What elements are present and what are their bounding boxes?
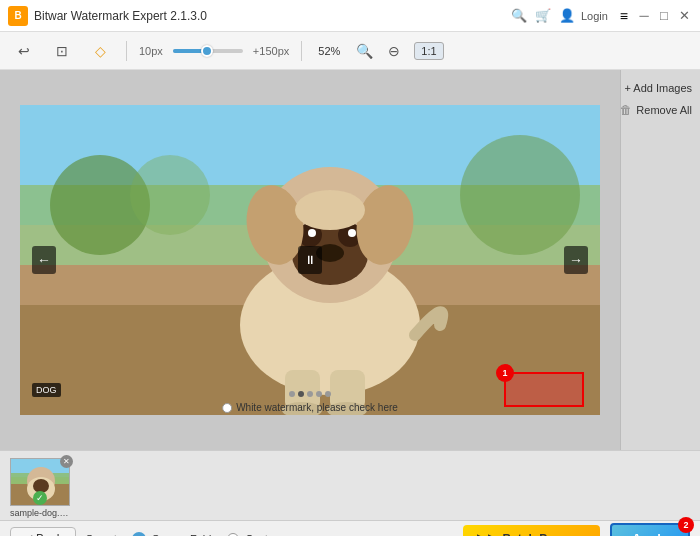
nav-left-button[interactable]: ← [32, 246, 56, 274]
slider-track[interactable] [173, 49, 243, 53]
cart-icon[interactable]: 🛒 [535, 8, 551, 23]
watermark-button[interactable]: ◇ [86, 37, 114, 65]
source-folder-label: Source Folder [152, 533, 221, 537]
diamond-icon: ◇ [95, 43, 106, 59]
undo-icon: ↩ [18, 43, 30, 59]
separator-2 [301, 41, 302, 61]
back-button[interactable]: ◀ Back [10, 527, 76, 537]
batch-icon: ▶▶ [477, 531, 499, 537]
custom-radio[interactable] [227, 533, 239, 537]
toolbar: ↩ ⊡ ◇ 10px +150px 52% 🔍 ⊖ 1:1 [0, 32, 700, 70]
thumbnail-item[interactable]: ✓ ✕ sample-dog.jpg [10, 458, 70, 513]
dot-4[interactable] [316, 391, 322, 397]
slider-container[interactable] [173, 49, 243, 53]
apply-badge: 2 [678, 517, 694, 533]
save-to-section: Save to: ✓ Source Folder Custom [86, 532, 453, 537]
search-icon[interactable]: 🔍 [511, 8, 527, 23]
user-icon[interactable]: 👤 [559, 8, 575, 23]
save-to-label: Save to: [86, 533, 126, 537]
play-pause-button[interactable]: ⏸ [298, 246, 322, 274]
dot-2[interactable] [298, 391, 304, 397]
crop-icon: ⊡ [56, 43, 68, 59]
add-images-button[interactable]: ⊕ + Add Images [609, 78, 692, 97]
trash-icon: 🗑 [620, 103, 632, 117]
thumb-check: ✓ [33, 491, 47, 505]
title-bar-actions: 🔍 🛒 👤 Login ≡ ─ □ ✕ [511, 8, 692, 24]
batch-process-label: Batch Process [503, 532, 586, 537]
custom-label: Custom [245, 533, 283, 537]
separator [126, 41, 127, 61]
remove-all-label: Remove All [636, 104, 692, 116]
dot-3[interactable] [307, 391, 313, 397]
white-wm-text: White watermark, please check here [236, 402, 398, 413]
svg-point-10 [348, 229, 356, 237]
app-logo: B [8, 6, 28, 26]
zoom-in-icon: 🔍 [356, 43, 373, 59]
app-title: Bitwar Watermark Expert 2.1.3.0 [34, 9, 511, 23]
crop-button[interactable]: ⊡ [48, 37, 76, 65]
svg-point-14 [295, 190, 365, 230]
zoom-level: 52% [314, 43, 344, 59]
apply-label: Apply [632, 531, 668, 536]
ratio-button[interactable]: 1:1 [414, 42, 443, 60]
svg-point-20 [460, 135, 580, 255]
canvas-area: ← → ⏸ DOG 1 White watermark, please chec… [0, 70, 620, 450]
svg-point-21 [130, 155, 210, 235]
dot-5[interactable] [325, 391, 331, 397]
watermark-label: DOG [32, 383, 61, 397]
thumb-remove-button[interactable]: ✕ [60, 455, 73, 468]
watermark-box[interactable]: 1 [504, 372, 584, 407]
back-arrow-icon: ◀ [23, 532, 32, 537]
menu-icon[interactable]: ≡ [620, 8, 628, 24]
badge-1: 1 [496, 364, 514, 382]
undo-button[interactable]: ↩ [10, 37, 38, 65]
thumb-filename: sample-dog.jpg [10, 508, 70, 518]
right-panel: ⊕ + Add Images 🗑 Remove All [620, 70, 700, 450]
white-watermark-note: White watermark, please check here [222, 402, 398, 413]
add-images-label: + Add Images [624, 82, 692, 94]
slider-fill [173, 49, 203, 53]
svg-point-9 [308, 229, 316, 237]
minimize-button[interactable]: ─ [636, 8, 652, 24]
white-wm-radio[interactable] [222, 403, 232, 413]
batch-process-button[interactable]: ▶▶ Batch Process [463, 525, 600, 537]
nav-right-button[interactable]: → [564, 246, 588, 274]
thumbnail-strip: ✓ ✕ sample-dog.jpg [0, 450, 700, 520]
close-button[interactable]: ✕ [676, 8, 692, 24]
px-left-label: 10px [139, 45, 163, 57]
bottom-bar: ◀ Back Save to: ✓ Source Folder Custom ▶… [0, 520, 700, 536]
zoom-out-button[interactable]: ⊖ [384, 41, 404, 61]
source-folder-check[interactable]: ✓ [132, 532, 146, 537]
zoom-in-button[interactable]: 🔍 [354, 41, 374, 61]
slider-thumb[interactable] [201, 45, 213, 57]
title-bar: B Bitwar Watermark Expert 2.1.3.0 🔍 🛒 👤 … [0, 0, 700, 32]
apply-button[interactable]: Apply 2 [610, 523, 690, 536]
login-label[interactable]: Login [581, 10, 608, 22]
image-container: ← → ⏸ DOG 1 White watermark, please chec… [20, 105, 600, 415]
image-dots [289, 391, 331, 397]
remove-all-button[interactable]: 🗑 Remove All [620, 101, 692, 119]
px-right-label: +150px [253, 45, 289, 57]
main-area: ← → ⏸ DOG 1 White watermark, please chec… [0, 70, 700, 450]
back-label: Back [36, 532, 63, 537]
dot-1[interactable] [289, 391, 295, 397]
maximize-button[interactable]: □ [656, 8, 672, 24]
